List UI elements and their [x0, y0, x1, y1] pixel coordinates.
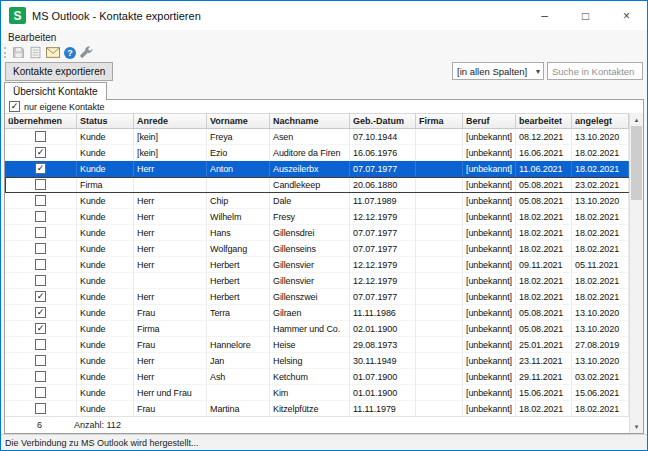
- table-row[interactable]: FirmaCandlekeep20.06.1880[unbekannt]05.0…: [5, 177, 643, 193]
- table-cell: [unbekannt]: [463, 369, 516, 385]
- table-cell: Herr: [134, 257, 207, 273]
- column-header[interactable]: Firma: [416, 114, 463, 128]
- search-controls: [in allen Spalten] ▾: [452, 62, 643, 80]
- row-checkbox[interactable]: [35, 211, 46, 222]
- close-button[interactable]: ×: [606, 1, 647, 30]
- table-row[interactable]: KundeFrauMartinaKitzelpfütze11.11.1979[u…: [5, 401, 643, 416]
- scroll-up-icon[interactable]: ▴: [630, 113, 643, 126]
- maximize-button[interactable]: □: [565, 1, 606, 30]
- table-cell: Dale: [270, 193, 350, 209]
- table-cell: Hans: [207, 225, 270, 241]
- menu-bearbeiten[interactable]: Bearbeiten: [8, 32, 56, 43]
- table-cell: Herbert: [207, 257, 270, 273]
- table-cell: 29.11.2021: [516, 369, 572, 385]
- scroll-down-icon[interactable]: ▾: [630, 420, 643, 433]
- table-cell: 18.02.2021: [572, 241, 629, 257]
- table-cell: Ezio: [207, 145, 270, 161]
- row-checkbox[interactable]: [35, 131, 46, 142]
- table-row[interactable]: ✓KundeHerrAntonAuszeilerbx07.07.1977[unb…: [5, 161, 643, 177]
- search-scope-value: [in allen Spalten]: [457, 66, 527, 77]
- table-cell: 25.01.2021: [516, 337, 572, 353]
- row-checkbox[interactable]: [35, 275, 46, 286]
- table-row[interactable]: KundeHerrJanHelsing30.11.1949[unbekannt]…: [5, 353, 643, 369]
- row-checkbox[interactable]: [35, 339, 46, 350]
- table-cell: Kunde: [77, 241, 134, 257]
- table-row[interactable]: KundeHerrChipDale11.07.1989[unbekannt]05…: [5, 193, 643, 209]
- row-checkbox[interactable]: ✓: [35, 291, 46, 302]
- wrench-icon[interactable]: [80, 46, 93, 60]
- table-row[interactable]: ✓KundeHerrHerbertGillenszwei07.07.1977[u…: [5, 289, 643, 305]
- table-cell: 12.12.1979: [350, 273, 416, 289]
- table-cell: 23.11.2021: [516, 353, 572, 369]
- search-scope-select[interactable]: [in allen Spalten] ▾: [452, 62, 544, 80]
- table-cell: Kunde: [77, 161, 134, 177]
- column-header[interactable]: Anrede: [134, 114, 207, 128]
- table-cell: Kunde: [77, 321, 134, 337]
- column-header[interactable]: Geb.-Datum: [350, 114, 416, 128]
- table-row[interactable]: KundeHerr und FrauKim01.01.1900[unbekann…: [5, 385, 643, 401]
- table-cell: [416, 241, 463, 257]
- table-cell: Terra: [207, 305, 270, 321]
- row-checkbox[interactable]: ✓: [35, 307, 46, 318]
- column-header[interactable]: Vorname: [207, 114, 270, 128]
- column-header[interactable]: angelegt: [572, 114, 629, 128]
- row-checkbox[interactable]: ✓: [35, 323, 46, 334]
- table-cell: Kunde: [77, 273, 134, 289]
- table-cell: [134, 177, 207, 193]
- row-checkbox[interactable]: [35, 355, 46, 366]
- table-row[interactable]: KundeHerrWilhelmFresy12.12.1979[unbekann…: [5, 209, 643, 225]
- grid-footer: 6 Anzahl: 112: [5, 416, 643, 433]
- table-cell: 05.08.2021: [516, 321, 572, 337]
- row-checkbox[interactable]: [35, 371, 46, 382]
- table-cell: Gillenseins: [270, 241, 350, 257]
- table-cell: [5, 273, 77, 289]
- table-row[interactable]: KundeHerbertGillensvier12.12.1979[unbeka…: [5, 273, 643, 289]
- table-row[interactable]: Kunde[kein]FreyaAsen07.10.1944[unbekannt…: [5, 129, 643, 145]
- table-row[interactable]: ✓KundeFrauTerraGilraen11.11.1986[unbekan…: [5, 305, 643, 321]
- column-header[interactable]: Beruf: [463, 114, 516, 128]
- column-header[interactable]: bearbeitet: [516, 114, 572, 128]
- row-checkbox[interactable]: [35, 227, 46, 238]
- row-checkbox[interactable]: ✓: [35, 147, 46, 158]
- column-header[interactable]: übernehmen: [5, 114, 77, 128]
- table-row[interactable]: ✓KundeFirmaHammer und Co.02.01.1900[unbe…: [5, 321, 643, 337]
- table-cell: [5, 353, 77, 369]
- search-input[interactable]: [547, 62, 643, 80]
- table-cell: Anton: [207, 161, 270, 177]
- column-header[interactable]: Nachname: [270, 114, 350, 128]
- minimize-button[interactable]: –: [524, 1, 565, 30]
- export-contacts-button[interactable]: Kontakte exportieren: [5, 62, 113, 81]
- table-cell: [5, 369, 77, 385]
- help-icon[interactable]: ?: [64, 46, 76, 60]
- column-header[interactable]: Status: [77, 114, 134, 128]
- mail-icon[interactable]: [46, 46, 60, 60]
- table-row[interactable]: KundeHerrWolfgangGillenseins07.07.1977[u…: [5, 241, 643, 257]
- table-row[interactable]: KundeFrauHanneloreHeise29.08.1973[unbeka…: [5, 337, 643, 353]
- table-cell: Wolfgang: [207, 241, 270, 257]
- table-row[interactable]: KundeHerrAshKetchum01.07.1900[unbekannt]…: [5, 369, 643, 385]
- table-cell: [kein]: [134, 129, 207, 145]
- export-file-icon[interactable]: [29, 46, 42, 60]
- save-icon[interactable]: [12, 46, 25, 60]
- own-contacts-checkbox[interactable]: ✓: [9, 101, 20, 112]
- scrollbar-thumb[interactable]: [631, 126, 642, 200]
- app-logo-letter: S: [13, 9, 21, 23]
- row-checkbox[interactable]: [35, 259, 46, 270]
- tab-uebersicht-kontakte[interactable]: Übersicht Kontakte: [4, 82, 107, 100]
- table-cell: [unbekannt]: [463, 161, 516, 177]
- row-checkbox[interactable]: [35, 387, 46, 398]
- row-checkbox[interactable]: [35, 403, 46, 414]
- vertical-scrollbar[interactable]: ▴ ▾: [629, 113, 643, 433]
- table-row[interactable]: KundeHerrHerbertGillensvier12.12.1979[un…: [5, 257, 643, 273]
- table-cell: [416, 145, 463, 161]
- row-checkbox[interactable]: [35, 179, 46, 190]
- table-row[interactable]: KundeHerrHansGillensdrei07.07.1977[unbek…: [5, 225, 643, 241]
- row-checkbox[interactable]: [35, 243, 46, 254]
- table-row[interactable]: ✓Kunde[kein]EzioAuditore da Firen16.06.1…: [5, 145, 643, 161]
- row-checkbox[interactable]: ✓: [35, 163, 46, 174]
- table-cell: 13.10.2020: [572, 129, 629, 145]
- row-checkbox[interactable]: [35, 195, 46, 206]
- table-cell: 18.02.2021: [572, 401, 629, 416]
- table-cell: [unbekannt]: [463, 337, 516, 353]
- table-cell: [416, 337, 463, 353]
